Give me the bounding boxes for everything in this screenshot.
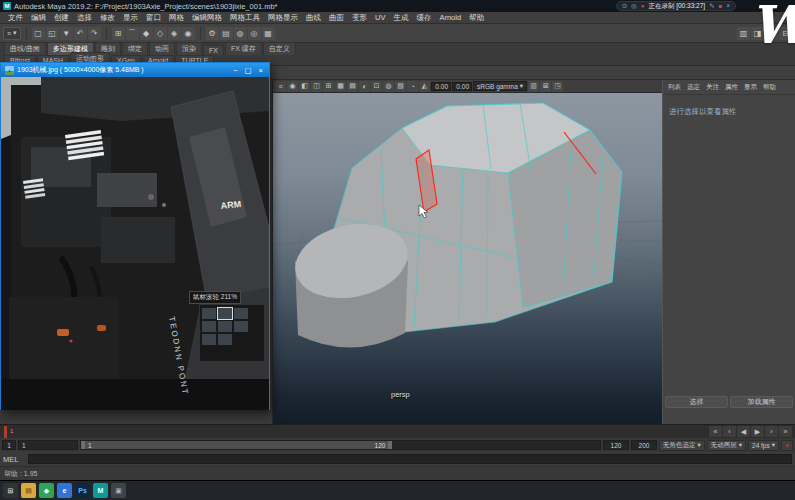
menu-item[interactable]: 编辑 — [27, 13, 50, 23]
vp-shading-icon[interactable]: ◍ — [383, 81, 394, 92]
gamma-field[interactable]: 0.00 — [452, 82, 472, 91]
command-line-mode[interactable]: MEL — [3, 455, 25, 464]
attr-panel-button[interactable]: 选择 — [665, 396, 728, 408]
shelf-tab[interactable]: FX — [203, 45, 224, 55]
stop-recording-button[interactable]: ■ — [719, 3, 723, 9]
undo-icon[interactable]: ↶ — [74, 27, 87, 40]
render-settings-icon[interactable]: ▦ — [262, 27, 275, 40]
attribute-menu-item[interactable]: 关注 — [703, 82, 722, 93]
thumbnail[interactable] — [218, 334, 232, 345]
vp-camera-icon[interactable]: ◉ — [287, 81, 298, 92]
command-line-input[interactable] — [28, 454, 792, 464]
thumbnail-navigator[interactable] — [199, 304, 265, 362]
play-backwards-button[interactable]: ◀ — [737, 426, 750, 437]
vp-xray-icon[interactable]: ▥ — [528, 81, 539, 92]
save-scene-icon[interactable]: ▼ — [60, 27, 73, 40]
snap-curve-icon[interactable]: ⌒ — [126, 27, 139, 40]
snap-point-icon[interactable]: ◆ — [140, 27, 153, 40]
menu-item[interactable]: 曲面 — [325, 13, 348, 23]
menu-item[interactable]: UV — [371, 13, 389, 22]
vp-wireframe-on-shaded-icon[interactable]: ⊠ — [540, 81, 551, 92]
sidebar-toggle-icon[interactable]: ▥ — [737, 27, 750, 40]
fullscreen-icon[interactable]: ▢ — [245, 66, 252, 75]
menu-item[interactable]: 编辑网格 — [188, 13, 226, 23]
step-back-frame-button[interactable]: ‹ — [723, 426, 736, 437]
menu-item[interactable]: 缓存 — [412, 13, 435, 23]
minimize-icon[interactable]: − — [233, 66, 237, 75]
shelf-tab[interactable]: 渲染 — [176, 42, 202, 55]
menu-item[interactable]: 变形 — [348, 13, 371, 23]
attribute-menu-item[interactable]: 列表 — [665, 82, 684, 93]
recorder-close-icon[interactable]: × — [726, 3, 730, 10]
pencil-icon[interactable]: ✎ — [709, 3, 714, 10]
shelf-tab[interactable]: FX 缓存 — [225, 42, 262, 55]
taskbar-start-button[interactable]: ⊞ — [3, 483, 18, 498]
vp-shadows-icon[interactable]: ◭ — [419, 81, 430, 92]
vp-select-icon[interactable]: ◧ — [299, 81, 310, 92]
thumbnail[interactable] — [234, 321, 248, 332]
vp-lock-icon[interactable]: ◫ — [311, 81, 322, 92]
menu-item[interactable]: 文件 — [4, 13, 27, 23]
exposure-field[interactable]: 0.00 — [431, 82, 451, 91]
animation-start-field[interactable]: 1 — [2, 440, 16, 450]
new-scene-icon[interactable]: ▢ — [32, 27, 45, 40]
playback-end-field[interactable]: 120 — [603, 440, 629, 450]
menu-item[interactable]: 曲线 — [302, 13, 325, 23]
viewport[interactable]: ≡◉◧◫⊞▦▤◐⊡◍▧◔◭ 0.00 0.00 sRGB gamma ▾ ▥⊠◳ — [273, 80, 662, 424]
vp-isolate-select-icon[interactable]: ◳ — [552, 81, 563, 92]
menu-item[interactable]: 网格工具 — [226, 13, 264, 23]
model-cylinder[interactable] — [288, 214, 414, 348]
playback-start-field[interactable]: 1 — [18, 440, 78, 450]
vp-gate-mask-icon[interactable]: ◐ — [359, 81, 370, 92]
viewport-canvas[interactable] — [273, 93, 662, 424]
image-viewer-window[interactable]: ▴ 1903机械.jpg ( 5000×4000像素 5.48MB ) − ▢ … — [0, 62, 270, 410]
attribute-menu-item[interactable]: 帮助 — [760, 82, 779, 93]
menu-item[interactable]: 网格显示 — [264, 13, 302, 23]
open-scene-icon[interactable]: ◱ — [46, 27, 59, 40]
colorspace-dropdown[interactable]: sRGB gamma ▾ — [473, 81, 527, 91]
snap-view-icon[interactable]: ◇ — [154, 27, 167, 40]
go-to-end-button[interactable]: » — [779, 426, 792, 437]
step-forward-frame-button[interactable]: › — [765, 426, 778, 437]
render-icon[interactable]: ◍ — [234, 27, 247, 40]
menu-item[interactable]: 生成 — [389, 13, 412, 23]
menu-item[interactable]: 窗口 — [142, 13, 165, 23]
taskbar-maya[interactable]: M — [93, 483, 108, 498]
thumbnail[interactable] — [234, 308, 248, 319]
go-to-start-button[interactable]: « — [709, 426, 722, 437]
attribute-menu-item[interactable]: 属性 — [722, 82, 741, 93]
play-forwards-button[interactable]: ▶ — [751, 426, 764, 437]
auto-key-button[interactable]: ● — [781, 440, 793, 451]
menu-item[interactable]: 选择 — [73, 13, 96, 23]
attribute-menu-item[interactable]: 选定 — [684, 82, 703, 93]
make-live-icon[interactable]: ◉ — [182, 27, 195, 40]
menu-item[interactable]: 修改 — [96, 13, 119, 23]
vp-lights-icon[interactable]: ◔ — [407, 81, 418, 92]
history-icon[interactable]: ⚙ — [206, 27, 219, 40]
snap-surface-icon[interactable]: ◈ — [168, 27, 181, 40]
taskbar-app-grey[interactable]: ▣ — [111, 483, 126, 498]
thumbnail[interactable] — [218, 321, 232, 332]
animation-end-field[interactable]: 200 — [631, 440, 657, 450]
thumbnail[interactable] — [202, 334, 216, 345]
shelf-tab[interactable]: 曲线/曲面 — [4, 42, 46, 55]
vp-film-gate-icon[interactable]: ▦ — [335, 81, 346, 92]
taskbar-browser[interactable]: e — [57, 483, 72, 498]
fps-dropdown[interactable]: 24 fps ▾ — [748, 440, 779, 451]
range-slider-handle[interactable]: 1 120 — [81, 441, 392, 449]
range-slider-track[interactable]: 1 120 — [80, 440, 601, 450]
attribute-menu-item[interactable]: 显示 — [741, 82, 760, 93]
vp-field-chart-icon[interactable]: ⊡ — [371, 81, 382, 92]
vp-textured-icon[interactable]: ▧ — [395, 81, 406, 92]
ipr-render-icon[interactable]: ◎ — [248, 27, 261, 40]
current-frame-marker[interactable] — [4, 426, 7, 438]
menu-item[interactable]: 创建 — [50, 13, 73, 23]
anim-layer-dropdown[interactable]: 无动画层 ▾ — [707, 440, 746, 451]
image-viewer-content[interactable]: ARM TEODNN PONT 鼠标滚轮 211% — [1, 77, 269, 410]
thumbnail[interactable] — [202, 321, 216, 332]
menu-item[interactable]: 网格 — [165, 13, 188, 23]
time-slider[interactable]: 1 «‹◀▶›» — [0, 424, 795, 438]
attr-panel-button[interactable]: 加载属性 — [730, 396, 793, 408]
shelf-tab[interactable]: 动画 — [149, 42, 175, 55]
vp-resolution-gate-icon[interactable]: ▤ — [347, 81, 358, 92]
